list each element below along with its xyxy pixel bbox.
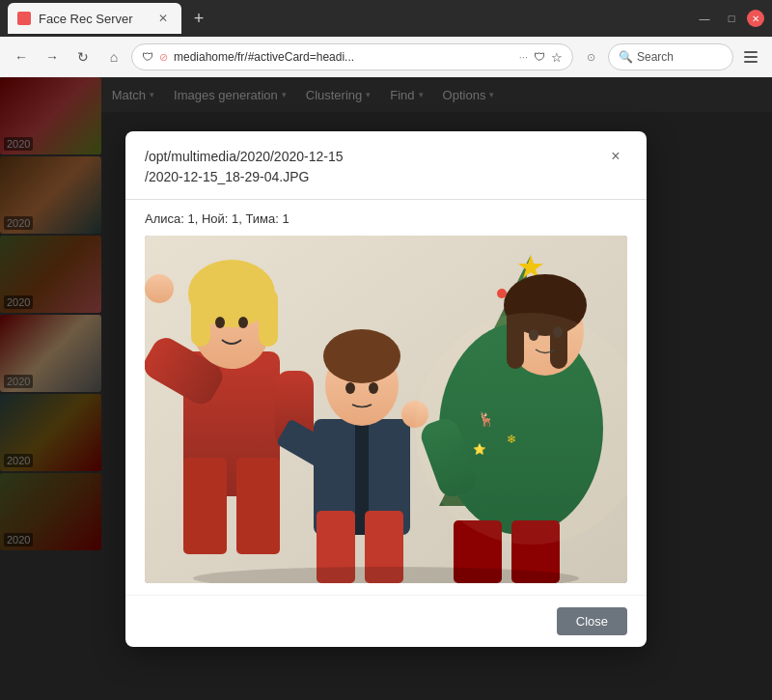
hamburger-line-2 (744, 56, 758, 58)
search-icon: 🔍 (619, 50, 633, 64)
image-detail-modal: /opt/multimedia/2020/2020-12-15 /2020-12… (125, 131, 647, 647)
close-window-button[interactable]: ✕ (747, 10, 764, 27)
bookmark-icon: ☆ (551, 50, 563, 65)
svg-point-30 (345, 382, 355, 394)
shield2-icon: 🛡 (534, 50, 545, 64)
svg-point-22 (238, 317, 248, 328)
back-button[interactable]: ← (8, 43, 35, 70)
tab-bar: Face Rec Server ✕ + — □ ✕ (0, 0, 772, 37)
refresh-button[interactable]: ↻ (69, 43, 96, 70)
modal-overlay: /opt/multimedia/2020/2020-12-15 /2020-12… (0, 77, 772, 700)
modal-close-button[interactable]: Close (557, 607, 627, 635)
modal-footer: Close (125, 595, 647, 647)
file-path-line2: /2020-12-15_18-29-04.JPG (145, 169, 309, 184)
maximize-button[interactable]: □ (720, 11, 743, 26)
svg-point-2 (497, 289, 507, 298)
more-icon: ··· (519, 51, 528, 63)
url-text: mediahome/fr/#activeCard=headi... (174, 50, 513, 64)
forward-button[interactable]: → (39, 43, 66, 70)
modal-header: /opt/multimedia/2020/2020-12-15 /2020-12… (125, 131, 647, 200)
modal-body: Алиса: 1, Ной: 1, Тима: 1 (125, 200, 647, 595)
svg-rect-14 (236, 458, 280, 554)
app-content: Recognition ▾ Match ▾ Images generation … (0, 77, 772, 700)
photo-display: 🦌 ❄ ⭐ (145, 236, 627, 583)
address-bar[interactable]: 🛡 ⊘ mediahome/fr/#activeCard=headi... ··… (131, 43, 573, 70)
lock-icon: ⊘ (159, 51, 168, 64)
christmas-photo-svg: 🦌 ❄ ⭐ (145, 236, 627, 583)
minimize-button[interactable]: — (693, 11, 716, 26)
tab-close-button[interactable]: ✕ (154, 10, 172, 27)
navigation-bar: ← → ↻ ⌂ 🛡 ⊘ mediahome/fr/#activeCard=hea… (0, 37, 772, 77)
reader-view-button[interactable]: ⊙ (577, 43, 604, 70)
active-tab[interactable]: Face Rec Server ✕ (8, 3, 181, 34)
modal-close-x-button[interactable]: × (604, 145, 627, 168)
svg-rect-20 (259, 289, 278, 347)
hamburger-line-3 (744, 61, 758, 63)
window-controls: — □ ✕ (693, 10, 764, 27)
svg-rect-13 (183, 458, 227, 554)
home-button[interactable]: ⌂ (100, 43, 127, 70)
svg-point-31 (369, 382, 378, 394)
svg-point-23 (145, 274, 174, 303)
search-label: Search (637, 50, 674, 64)
modal-title: /opt/multimedia/2020/2020-12-15 /2020-12… (145, 147, 343, 187)
search-box[interactable]: 🔍 Search (608, 43, 733, 70)
new-tab-button[interactable]: + (185, 5, 212, 32)
tab-favicon (17, 12, 31, 25)
face-detection-subtitle: Алиса: 1, Ной: 1, Тима: 1 (145, 211, 627, 226)
hamburger-line-1 (744, 51, 758, 53)
tab-title: Face Rec Server (39, 12, 147, 26)
shield-icon: 🛡 (142, 50, 153, 64)
svg-point-21 (215, 317, 225, 328)
svg-rect-19 (191, 289, 210, 347)
hamburger-menu-button[interactable] (737, 43, 764, 70)
svg-point-29 (323, 329, 400, 383)
file-path-line1: /opt/multimedia/2020/2020-12-15 (145, 149, 343, 164)
